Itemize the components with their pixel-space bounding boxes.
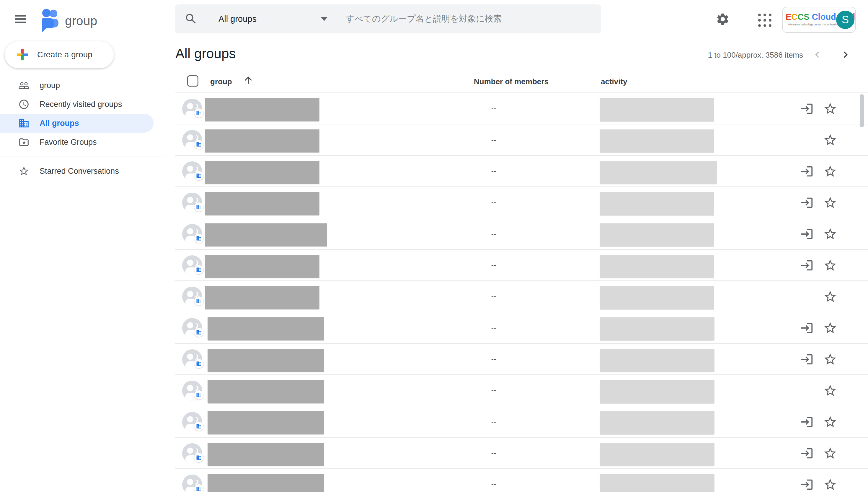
- join-group-icon[interactable]: [800, 227, 814, 241]
- vertical-scrollbar[interactable]: [860, 94, 864, 127]
- activity-placeholder: [600, 223, 714, 246]
- member-count: --: [487, 312, 501, 343]
- star-group-icon[interactable]: [823, 102, 837, 116]
- activity-placeholder: [600, 129, 714, 152]
- group-name-placeholder[interactable]: [205, 255, 319, 278]
- create-group-button[interactable]: Create a group: [4, 41, 114, 68]
- clock-icon: [18, 99, 29, 110]
- group-name-placeholder[interactable]: [205, 98, 319, 121]
- group-name-placeholder[interactable]: [208, 380, 324, 403]
- star-group-icon[interactable]: [823, 133, 837, 147]
- star-group-icon[interactable]: [823, 164, 837, 178]
- join-group-icon[interactable]: [800, 415, 814, 429]
- star-group-icon[interactable]: [823, 384, 837, 398]
- search-bar[interactable]: All groups すべてのグループ名と説明を対象に検索: [175, 4, 601, 33]
- search-input[interactable]: すべてのグループ名と説明を対象に検索: [346, 13, 502, 25]
- sort-ascending-icon[interactable]: [243, 75, 254, 85]
- join-group-icon[interactable]: [800, 352, 814, 366]
- organization-badge-icon: [194, 265, 204, 274]
- sidebar-item-group[interactable]: group: [0, 76, 154, 95]
- column-header-members: Number of members: [474, 77, 549, 86]
- table-row[interactable]: --: [175, 187, 868, 218]
- select-all-checkbox[interactable]: [187, 75, 199, 87]
- activity-placeholder: [600, 443, 714, 466]
- table-row[interactable]: --: [175, 281, 868, 312]
- group-name-placeholder[interactable]: [205, 223, 327, 246]
- eccs-logo-text: ECCS Cloud Mail: [786, 12, 836, 22]
- page-next-icon[interactable]: [839, 48, 852, 62]
- member-count: --: [487, 156, 501, 187]
- chevron-down-icon[interactable]: [321, 17, 327, 21]
- group-name-placeholder[interactable]: [205, 286, 319, 309]
- member-count: --: [487, 93, 501, 124]
- group-avatar: [182, 130, 202, 150]
- activity-placeholder: [600, 411, 714, 434]
- groups-logo[interactable]: group: [40, 8, 98, 34]
- join-group-icon[interactable]: [800, 196, 814, 210]
- star-group-icon[interactable]: [823, 321, 837, 335]
- sidebar-item-favorite-groups[interactable]: Favorite Groups: [0, 133, 154, 152]
- column-header-group[interactable]: group: [210, 77, 232, 86]
- group-name-placeholder[interactable]: [208, 349, 324, 372]
- search-icon[interactable]: [184, 12, 198, 26]
- star-group-icon[interactable]: [823, 477, 837, 492]
- hamburger-menu-icon[interactable]: [15, 12, 27, 26]
- google-groups-app: group All groups すべてのグループ名と説明を対象に検索: [0, 0, 868, 492]
- star-group-icon[interactable]: [823, 415, 837, 429]
- table-row[interactable]: --: [175, 375, 868, 406]
- join-group-icon[interactable]: [800, 446, 814, 460]
- group-name-placeholder[interactable]: [208, 443, 324, 466]
- apps-grid-icon[interactable]: [758, 13, 773, 28]
- table-row[interactable]: --: [175, 406, 868, 438]
- star-group-icon[interactable]: [823, 227, 837, 241]
- settings-gear-icon[interactable]: [715, 12, 730, 27]
- star-group-icon[interactable]: [823, 290, 837, 304]
- group-name-placeholder[interactable]: [205, 192, 319, 215]
- group-avatar: [182, 474, 202, 492]
- table-row[interactable]: --: [175, 469, 868, 492]
- table-row[interactable]: --: [175, 312, 868, 344]
- organization-badge-icon: [194, 328, 204, 337]
- user-avatar[interactable]: S: [836, 10, 854, 29]
- table-row[interactable]: --: [175, 250, 868, 281]
- star-group-icon[interactable]: [823, 258, 837, 272]
- search-scope-dropdown[interactable]: All groups: [218, 14, 257, 24]
- group-avatar: [182, 380, 202, 401]
- table-row[interactable]: --: [175, 93, 868, 124]
- join-group-icon[interactable]: [800, 478, 814, 491]
- group-table-rows: --: [175, 93, 868, 492]
- group-name-placeholder[interactable]: [208, 474, 324, 492]
- account-card[interactable]: ECCS Cloud Mail Information Technology C…: [782, 7, 856, 33]
- star-group-icon[interactable]: [823, 352, 837, 366]
- organization-badge-icon: [194, 359, 204, 368]
- star-group-icon[interactable]: [823, 196, 837, 210]
- activity-placeholder: [600, 474, 714, 492]
- page-previous-icon[interactable]: [811, 48, 824, 62]
- table-row[interactable]: --: [175, 344, 868, 375]
- table-row[interactable]: --: [175, 156, 868, 187]
- sidebar-item-starred-conversations[interactable]: Starred Conversations: [0, 162, 154, 180]
- group-avatar: [182, 99, 202, 119]
- pagination-label: 1 to 100/approx. 3586 items: [708, 51, 803, 60]
- folder-star-icon: [18, 137, 29, 148]
- group-name-placeholder[interactable]: [208, 317, 324, 340]
- star-group-icon[interactable]: [823, 446, 837, 460]
- group-name-placeholder[interactable]: [205, 161, 319, 184]
- organization-badge-icon: [194, 422, 204, 431]
- organization-badge-icon: [194, 296, 204, 305]
- sidebar-item-recently-visited[interactable]: Recently visited groups: [0, 95, 154, 114]
- join-group-icon[interactable]: [800, 321, 814, 335]
- activity-placeholder: [600, 349, 714, 372]
- join-group-icon[interactable]: [800, 165, 814, 178]
- group-name-placeholder[interactable]: [205, 129, 319, 152]
- group-name-placeholder[interactable]: [208, 411, 324, 434]
- sidebar: Create a group group: [0, 38, 175, 492]
- member-count: --: [487, 406, 501, 437]
- group-avatar: [182, 161, 202, 181]
- table-row[interactable]: --: [175, 438, 868, 469]
- join-group-icon[interactable]: [800, 102, 814, 116]
- table-row[interactable]: --: [175, 218, 868, 250]
- join-group-icon[interactable]: [800, 259, 814, 272]
- table-row[interactable]: --: [175, 124, 868, 156]
- sidebar-item-all-groups[interactable]: All groups: [0, 114, 154, 133]
